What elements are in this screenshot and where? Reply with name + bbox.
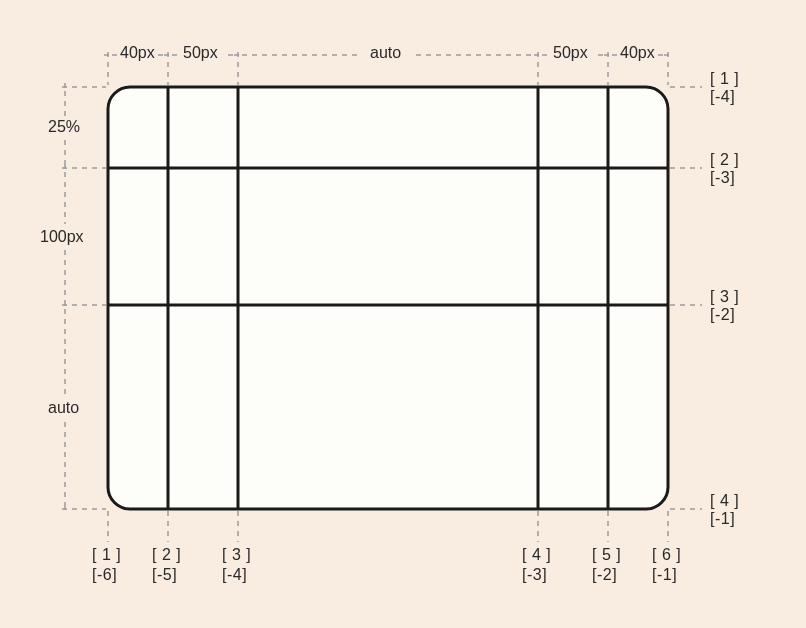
- row-idx-4-pos: [ 4 ]: [710, 492, 739, 510]
- col-idx-4-neg: [-3]: [522, 566, 547, 584]
- row-size-3: auto: [48, 399, 79, 417]
- col-idx-6-pos: [ 6 ]: [652, 546, 681, 564]
- col-idx-2-pos: [ 2 ]: [152, 546, 181, 564]
- row-idx-3-neg: [-2]: [710, 306, 735, 324]
- col-size-5: 40px: [620, 44, 655, 62]
- row-idx-2-pos: [ 2 ]: [710, 151, 739, 169]
- col-idx-3-pos: [ 3 ]: [222, 546, 251, 564]
- col-size-1: 40px: [120, 44, 155, 62]
- col-size-2: 50px: [183, 44, 218, 62]
- col-idx-1-neg: [-6]: [92, 566, 117, 584]
- grid-outline: [108, 87, 668, 509]
- row-idx-4-neg: [-1]: [710, 510, 735, 528]
- col-idx-2-neg: [-5]: [152, 566, 177, 584]
- col-idx-3-neg: [-4]: [222, 566, 247, 584]
- col-size-4: 50px: [553, 44, 588, 62]
- row-idx-2-neg: [-3]: [710, 169, 735, 187]
- grid-diagram: 40px 50px auto 50px 40px 25% 100px auto …: [0, 0, 806, 628]
- row-size-2: 100px: [40, 228, 84, 246]
- left-guide-lines: [62, 83, 106, 513]
- right-guide-lines: [670, 87, 702, 509]
- row-idx-3-pos: [ 3 ]: [710, 288, 739, 306]
- col-idx-1-pos: [ 1 ]: [92, 546, 121, 564]
- bottom-guide-lines: [108, 511, 668, 542]
- row-idx-1-pos: [ 1 ]: [710, 70, 739, 88]
- col-idx-4-pos: [ 4 ]: [522, 546, 551, 564]
- col-idx-5-neg: [-2]: [592, 566, 617, 584]
- row-size-1: 25%: [48, 118, 80, 136]
- col-size-3: auto: [370, 44, 401, 62]
- col-idx-5-pos: [ 5 ]: [592, 546, 621, 564]
- diagram-svg: [0, 0, 806, 628]
- col-idx-6-neg: [-1]: [652, 566, 677, 584]
- row-idx-1-neg: [-4]: [710, 88, 735, 106]
